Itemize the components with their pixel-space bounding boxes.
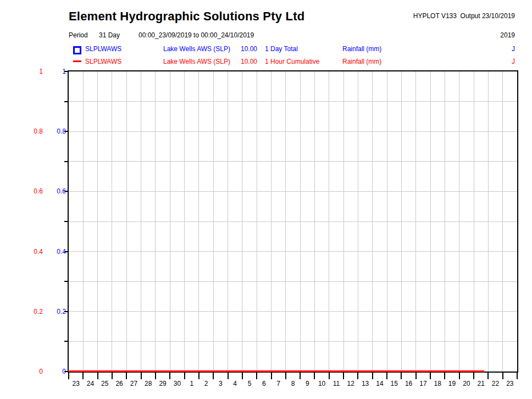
x-axis-day-label: 22 <box>488 380 502 387</box>
x-axis-day-label: 9 <box>300 380 314 387</box>
x-axis-day-label: 23 <box>69 380 83 387</box>
x-axis-day-label: 14 <box>373 380 387 387</box>
x-axis-day-label: 12 <box>343 380 358 387</box>
x-axis-tick <box>213 373 214 379</box>
y-axis-tick <box>64 221 69 222</box>
dash-series-icon <box>73 60 81 62</box>
x-axis-tick <box>97 373 98 379</box>
x-axis-day-label: 15 <box>387 380 401 387</box>
plot-border <box>68 70 518 373</box>
x-axis-day-label: 2 <box>199 380 213 387</box>
series-station: Lake Wells AWS (SLP) <box>163 45 230 53</box>
y-axis-tick <box>64 161 69 162</box>
x-axis-tick <box>314 373 315 379</box>
x-axis-day-label: 17 <box>416 380 430 387</box>
x-axis-tick <box>517 373 518 379</box>
period-duration: 31 Day <box>99 31 120 40</box>
y-axis-label-outer: 0.6 <box>10 187 43 196</box>
x-axis-tick <box>502 373 503 379</box>
x-axis-day-label: 1 <box>185 380 199 387</box>
x-axis-tick <box>415 373 417 379</box>
series-station: Lake Wells AWS (SLP) <box>163 57 230 66</box>
x-axis-tick <box>357 373 358 379</box>
x-axis-tick <box>82 373 84 379</box>
x-axis-day-label: 21 <box>474 380 488 387</box>
x-axis-tick <box>112 373 113 379</box>
x-axis-day-label: 8 <box>286 380 300 387</box>
x-axis-day-label: 16 <box>401 380 415 387</box>
x-axis-tick <box>285 373 286 379</box>
hyplot-output-page: Element Hydrographic Solutions Pty Ltd H… <box>0 0 532 399</box>
x-axis-day-label: 24 <box>83 380 97 387</box>
open-square-series-icon <box>73 46 81 54</box>
x-axis-tick <box>343 373 344 379</box>
y-axis-tick <box>64 101 69 102</box>
series-units: Rainfall (mm) <box>342 57 381 66</box>
y-axis-tick <box>64 281 69 282</box>
x-axis-tick <box>271 373 272 379</box>
x-axis-tick <box>401 373 402 379</box>
x-axis-day-label: 5 <box>242 380 257 387</box>
x-axis-tick <box>459 373 460 379</box>
x-axis-day-label: 4 <box>228 380 242 387</box>
y-axis-label-outer: 0 <box>10 367 43 376</box>
x-axis-day-label: 10 <box>314 380 329 387</box>
x-axis-day-label: 26 <box>112 380 126 387</box>
x-axis-tick <box>228 373 229 379</box>
x-axis-tick <box>487 373 489 379</box>
x-axis-day-label: 13 <box>358 380 372 387</box>
period-year: 2019 <box>472 31 515 40</box>
y-axis-label-outer: 0.4 <box>10 247 43 256</box>
series-quality-flag: J <box>472 45 515 53</box>
x-axis-tick <box>473 373 474 379</box>
y-axis-label-outer: 0.8 <box>10 127 43 136</box>
series-qualifier: 1 Day Total <box>265 45 298 53</box>
x-axis-tick <box>256 373 257 379</box>
x-axis-tick <box>372 373 373 379</box>
x-axis-tick <box>198 373 199 379</box>
x-axis-tick <box>242 373 243 379</box>
x-axis-day-label: 30 <box>170 380 184 387</box>
x-axis-tick <box>141 373 142 379</box>
series-id: SLPLWAWS <box>85 45 121 53</box>
x-axis-day-label: 19 <box>445 380 459 387</box>
y-axis-label-outer: 0.2 <box>10 307 43 316</box>
x-axis-tick <box>430 373 431 379</box>
series-qualifier: 1 Hour Cumulative <box>265 57 319 66</box>
x-axis-day-label: 7 <box>271 380 286 387</box>
x-axis-tick <box>155 373 156 379</box>
series-units: Rainfall (mm) <box>342 45 381 53</box>
page-title: Element Hydrographic Solutions Pty Ltd <box>69 9 304 24</box>
x-axis-day-label: 3 <box>213 380 228 387</box>
hyplot-version-label: HYPLOT V133 Output 23/10/2019 <box>350 12 515 20</box>
x-axis-day-label: 20 <box>459 380 474 387</box>
series-interval: 10.00 <box>241 57 257 66</box>
x-axis-day-label: 11 <box>329 380 343 387</box>
x-axis-tick <box>444 373 445 379</box>
y-axis-tick <box>64 341 69 342</box>
series-id: SLPLWAWS <box>85 57 121 66</box>
x-axis-day-label: 18 <box>430 380 445 387</box>
period-date-range: 00:00_23/09/2019 to 00:00_24/10/2019 <box>138 31 254 40</box>
x-axis-tick <box>169 373 170 379</box>
x-axis-tick <box>300 373 301 379</box>
period-label: Period <box>69 31 88 40</box>
x-axis-day-label: 25 <box>98 380 112 387</box>
cumulative-rainfall-series-line <box>69 370 484 372</box>
x-axis-tick <box>386 373 387 379</box>
x-axis-day-label: 6 <box>257 380 271 387</box>
x-axis-tick <box>126 373 127 379</box>
y-axis-label-outer: 1 <box>10 67 43 76</box>
x-axis-tick <box>329 373 330 379</box>
x-axis-day-label: 29 <box>156 380 170 387</box>
x-axis-day-label: 27 <box>126 380 141 387</box>
x-axis-tick <box>68 373 69 379</box>
series-quality-flag: J <box>472 57 515 66</box>
series-interval: 10.00 <box>241 45 257 53</box>
x-axis-tick <box>184 373 185 379</box>
x-axis-day-label: 23 <box>503 380 517 387</box>
x-axis-day-label: 28 <box>141 380 156 387</box>
